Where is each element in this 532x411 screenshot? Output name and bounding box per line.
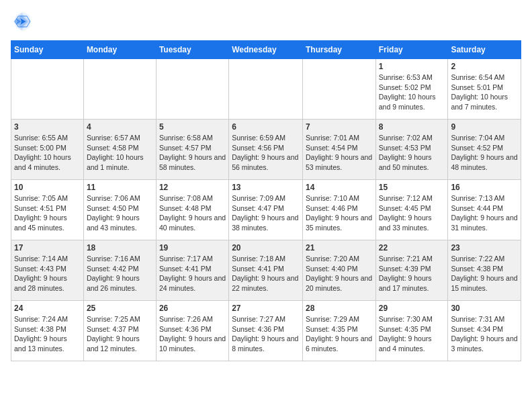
day-info: Sunrise: 7:17 AM Sunset: 4:41 PM Dayligh… — [159, 254, 226, 293]
logo — [11, 11, 32, 32]
day-info: Sunrise: 7:09 AM Sunset: 4:47 PM Dayligh… — [232, 193, 300, 233]
day-number: 14 — [306, 183, 373, 192]
calendar-cell: 19Sunrise: 7:17 AM Sunset: 4:41 PM Dayli… — [156, 240, 228, 301]
day-info: Sunrise: 7:24 AM Sunset: 4:38 PM Dayligh… — [14, 314, 81, 354]
day-info: Sunrise: 7:26 AM Sunset: 4:36 PM Dayligh… — [159, 314, 226, 354]
day-info: Sunrise: 7:13 AM Sunset: 4:44 PM Dayligh… — [451, 193, 518, 233]
day-number: 6 — [232, 122, 300, 132]
calendar-week-row: 10Sunrise: 7:05 AM Sunset: 4:51 PM Dayli… — [11, 180, 521, 240]
day-info: Sunrise: 6:57 AM Sunset: 4:58 PM Dayligh… — [87, 133, 153, 173]
calendar-cell: 18Sunrise: 7:16 AM Sunset: 4:42 PM Dayli… — [83, 240, 156, 301]
calendar-cell: 9Sunrise: 7:04 AM Sunset: 4:52 PM Daylig… — [448, 120, 521, 180]
day-info: Sunrise: 6:59 AM Sunset: 4:56 PM Dayligh… — [232, 133, 300, 173]
calendar-cell: 2Sunrise: 6:54 AM Sunset: 5:01 PM Daylig… — [448, 59, 521, 120]
day-info: Sunrise: 7:04 AM Sunset: 4:52 PM Dayligh… — [451, 133, 518, 173]
day-number: 16 — [451, 183, 518, 192]
calendar-cell: 26Sunrise: 7:26 AM Sunset: 4:36 PM Dayli… — [156, 301, 228, 361]
day-number: 9 — [451, 122, 518, 132]
calendar-cell: 15Sunrise: 7:12 AM Sunset: 4:45 PM Dayli… — [375, 180, 448, 240]
day-info: Sunrise: 6:53 AM Sunset: 5:02 PM Dayligh… — [379, 73, 445, 112]
calendar-cell: 28Sunrise: 7:29 AM Sunset: 4:35 PM Dayli… — [302, 301, 375, 361]
day-info: Sunrise: 7:21 AM Sunset: 4:39 PM Dayligh… — [379, 254, 445, 293]
calendar-cell: 22Sunrise: 7:21 AM Sunset: 4:39 PM Dayli… — [375, 240, 448, 301]
day-number: 11 — [87, 183, 153, 192]
day-number: 10 — [14, 183, 81, 192]
day-info: Sunrise: 7:06 AM Sunset: 4:50 PM Dayligh… — [87, 193, 153, 233]
calendar-cell — [83, 59, 156, 120]
calendar-cell: 16Sunrise: 7:13 AM Sunset: 4:44 PM Dayli… — [448, 180, 521, 240]
header-wednesday: Wednesday — [229, 41, 303, 59]
calendar-cell: 25Sunrise: 7:25 AM Sunset: 4:37 PM Dayli… — [83, 301, 156, 361]
day-info: Sunrise: 7:14 AM Sunset: 4:43 PM Dayligh… — [14, 254, 81, 293]
day-info: Sunrise: 7:18 AM Sunset: 4:41 PM Dayligh… — [232, 254, 300, 293]
calendar-header-row: Sunday Monday Tuesday Wednesday Thursday… — [11, 41, 521, 59]
day-info: Sunrise: 7:08 AM Sunset: 4:48 PM Dayligh… — [159, 193, 226, 233]
calendar-cell: 12Sunrise: 7:08 AM Sunset: 4:48 PM Dayli… — [156, 180, 228, 240]
day-info: Sunrise: 7:30 AM Sunset: 4:35 PM Dayligh… — [379, 314, 445, 354]
day-number: 23 — [451, 243, 518, 253]
day-info: Sunrise: 7:31 AM Sunset: 4:34 PM Dayligh… — [451, 314, 518, 354]
day-info: Sunrise: 7:25 AM Sunset: 4:37 PM Dayligh… — [87, 314, 153, 354]
day-number: 7 — [306, 122, 373, 132]
day-number: 13 — [232, 183, 300, 192]
day-number: 29 — [379, 304, 445, 313]
calendar-cell: 13Sunrise: 7:09 AM Sunset: 4:47 PM Dayli… — [229, 180, 303, 240]
calendar-cell: 21Sunrise: 7:20 AM Sunset: 4:40 PM Dayli… — [302, 240, 375, 301]
calendar-cell: 23Sunrise: 7:22 AM Sunset: 4:38 PM Dayli… — [448, 240, 521, 301]
calendar-cell — [302, 59, 375, 120]
calendar-body: 1Sunrise: 6:53 AM Sunset: 5:02 PM Daylig… — [11, 59, 521, 361]
day-number: 2 — [451, 62, 518, 71]
day-number: 8 — [379, 122, 445, 132]
calendar-cell: 6Sunrise: 6:59 AM Sunset: 4:56 PM Daylig… — [229, 120, 303, 180]
calendar-cell: 11Sunrise: 7:06 AM Sunset: 4:50 PM Dayli… — [83, 180, 156, 240]
calendar-cell: 27Sunrise: 7:27 AM Sunset: 4:36 PM Dayli… — [229, 301, 303, 361]
day-info: Sunrise: 7:02 AM Sunset: 4:53 PM Dayligh… — [379, 133, 445, 173]
header-monday: Monday — [83, 41, 156, 59]
header-sunday: Sunday — [11, 41, 84, 59]
day-info: Sunrise: 7:12 AM Sunset: 4:45 PM Dayligh… — [379, 193, 445, 233]
calendar-cell: 30Sunrise: 7:31 AM Sunset: 4:34 PM Dayli… — [448, 301, 521, 361]
day-number: 15 — [379, 183, 445, 192]
day-number: 3 — [14, 122, 81, 132]
day-number: 24 — [14, 304, 81, 313]
calendar-cell: 14Sunrise: 7:10 AM Sunset: 4:46 PM Dayli… — [302, 180, 375, 240]
calendar-week-row: 1Sunrise: 6:53 AM Sunset: 5:02 PM Daylig… — [11, 59, 521, 120]
calendar-table: Sunday Monday Tuesday Wednesday Thursday… — [11, 40, 521, 361]
calendar-cell: 29Sunrise: 7:30 AM Sunset: 4:35 PM Dayli… — [375, 301, 448, 361]
calendar-cell — [229, 59, 303, 120]
day-number: 5 — [159, 122, 226, 132]
day-info: Sunrise: 7:29 AM Sunset: 4:35 PM Dayligh… — [306, 314, 373, 354]
calendar-cell: 20Sunrise: 7:18 AM Sunset: 4:41 PM Dayli… — [229, 240, 303, 301]
calendar-week-row: 17Sunrise: 7:14 AM Sunset: 4:43 PM Dayli… — [11, 240, 521, 301]
day-number: 30 — [451, 304, 518, 313]
day-info: Sunrise: 7:16 AM Sunset: 4:42 PM Dayligh… — [87, 254, 153, 293]
header — [11, 11, 521, 32]
day-info: Sunrise: 7:22 AM Sunset: 4:38 PM Dayligh… — [451, 254, 518, 293]
day-info: Sunrise: 6:58 AM Sunset: 4:57 PM Dayligh… — [159, 133, 226, 173]
calendar-cell: 3Sunrise: 6:55 AM Sunset: 5:00 PM Daylig… — [11, 120, 84, 180]
day-number: 27 — [232, 304, 300, 313]
day-info: Sunrise: 7:20 AM Sunset: 4:40 PM Dayligh… — [306, 254, 373, 293]
day-number: 12 — [159, 183, 226, 192]
day-number: 4 — [87, 122, 153, 132]
calendar-cell: 24Sunrise: 7:24 AM Sunset: 4:38 PM Dayli… — [11, 301, 84, 361]
day-info: Sunrise: 7:10 AM Sunset: 4:46 PM Dayligh… — [306, 193, 373, 233]
day-number: 21 — [306, 243, 373, 253]
day-number: 19 — [159, 243, 226, 253]
day-info: Sunrise: 7:27 AM Sunset: 4:36 PM Dayligh… — [232, 314, 300, 354]
day-number: 17 — [14, 243, 81, 253]
day-number: 20 — [232, 243, 300, 253]
day-number: 18 — [87, 243, 153, 253]
calendar-week-row: 3Sunrise: 6:55 AM Sunset: 5:00 PM Daylig… — [11, 120, 521, 180]
calendar-cell: 7Sunrise: 7:01 AM Sunset: 4:54 PM Daylig… — [302, 120, 375, 180]
day-info: Sunrise: 6:55 AM Sunset: 5:00 PM Dayligh… — [14, 133, 81, 173]
day-info: Sunrise: 6:54 AM Sunset: 5:01 PM Dayligh… — [451, 73, 518, 112]
calendar-cell: 4Sunrise: 6:57 AM Sunset: 4:58 PM Daylig… — [83, 120, 156, 180]
calendar-week-row: 24Sunrise: 7:24 AM Sunset: 4:38 PM Dayli… — [11, 301, 521, 361]
calendar-cell — [156, 59, 228, 120]
day-info: Sunrise: 7:01 AM Sunset: 4:54 PM Dayligh… — [306, 133, 373, 173]
calendar-cell: 10Sunrise: 7:05 AM Sunset: 4:51 PM Dayli… — [11, 180, 84, 240]
calendar-cell: 17Sunrise: 7:14 AM Sunset: 4:43 PM Dayli… — [11, 240, 84, 301]
header-thursday: Thursday — [302, 41, 375, 59]
calendar-cell: 5Sunrise: 6:58 AM Sunset: 4:57 PM Daylig… — [156, 120, 228, 180]
